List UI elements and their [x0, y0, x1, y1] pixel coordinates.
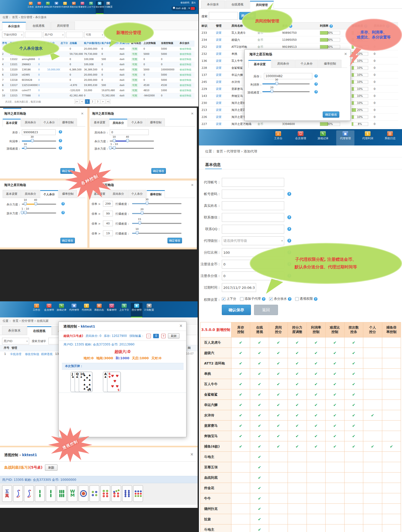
confirm-modify-button[interactable]: 确定修改: [167, 238, 182, 243]
nav-item-游戏记录[interactable]: ✎游戏记录: [56, 303, 67, 317]
tab-个人杀分[interactable]: 个人杀分: [40, 118, 58, 126]
tab-爆率控制[interactable]: 爆率控制: [147, 190, 165, 198]
tab-房间管理[interactable]: 房间管理: [51, 22, 75, 30]
modify-control-link[interactable]: 修改控制值: [180, 68, 191, 71]
pager-button-2[interactable]: 2: [90, 99, 95, 104]
user-id-input[interactable]: [66, 32, 83, 38]
room-settings-link[interactable]: 设置: [216, 122, 222, 126]
form-input[interactable]: [222, 201, 284, 210]
confirm-modify-button[interactable]: 确定修改: [60, 238, 75, 243]
confirm-modify-button[interactable]: 确定修改: [323, 111, 339, 118]
tab-杀分放水[interactable]: 杀分放水: [2, 326, 27, 335]
pager-button-<[interactable]: <: [80, 99, 85, 104]
nav-item-代理管理[interactable]: ▣代理管理: [53, 1, 61, 14]
nav-item-会员管理[interactable]: ☺会员管理: [43, 303, 55, 317]
tab-房间杀分[interactable]: 房间杀分: [21, 190, 40, 198]
nav-item-游戏记录[interactable]: ✎游戏记录: [44, 1, 52, 14]
perm-杀分放水[interactable]: ✔杀分放水?: [269, 297, 291, 301]
pager-button-|<[interactable]: |<: [74, 99, 79, 104]
tab-个人杀分[interactable]: 个人杀分: [128, 118, 146, 126]
change-password-link[interactable]: 修改密码: [180, 1, 189, 4]
nav-item-系统日志[interactable]: ▤系统日志: [93, 303, 105, 317]
tab-基本设置[interactable]: 基本设置: [3, 190, 21, 198]
close-icon[interactable]: ×: [81, 111, 84, 115]
status-select[interactable]: 可用▾: [84, 32, 105, 38]
form-input[interactable]: [222, 213, 284, 222]
room-settings-link[interactable]: 设置: [216, 101, 222, 105]
slider[interactable]: 10: [22, 146, 56, 150]
close-icon[interactable]: ×: [179, 323, 183, 328]
slider[interactable]: 1 – 10: [22, 210, 56, 215]
nav-item-计划配置[interactable]: ✱计划配置: [104, 1, 112, 14]
confirm-modify-button[interactable]: 确定修改: [151, 168, 166, 174]
tab-杀分放水[interactable]: 杀分放水: [2, 22, 26, 30]
slider[interactable]: 10: [132, 231, 181, 235]
nav-item-会员管理[interactable]: ☺会员管理: [35, 1, 43, 14]
nav-item-工作台[interactable]: ⌂工作台: [27, 1, 35, 14]
room-settings-link[interactable]: 设置: [216, 59, 222, 63]
slider[interactable]: 15: [132, 221, 181, 225]
slider[interactable]: 30: [22, 138, 56, 143]
pager-button->[interactable]: >: [101, 99, 105, 104]
room-settings-link[interactable]: 设置: [216, 66, 222, 70]
nav-item-代理管理[interactable]: ▣代理管理: [68, 303, 80, 317]
minus-button[interactable]: −: [146, 334, 151, 338]
nav-item-控分管理[interactable]: ◉控分管理: [131, 303, 142, 317]
close-icon[interactable]: ×: [191, 111, 194, 115]
modify-control-link[interactable]: 修改控制值: [180, 48, 191, 50]
tab-房间杀分[interactable]: 房间杀分: [21, 118, 40, 126]
checkbox[interactable]: ✔: [269, 297, 273, 301]
nav-item-系统日志[interactable]: ▤系统日志: [381, 130, 399, 145]
room-settings-link[interactable]: 设置: [216, 31, 222, 35]
tab-在线透视[interactable]: 在线透视: [27, 326, 51, 335]
field-input[interactable]: [110, 129, 149, 135]
tab-基本设置[interactable]: 基本设置: [90, 118, 109, 126]
plus-button[interactable]: +: [161, 334, 166, 338]
form-input[interactable]: [222, 283, 256, 292]
nav-item-上分下分[interactable]: ⇅上分下分: [87, 1, 95, 14]
tab-在线透视[interactable]: 在线透视: [27, 22, 50, 30]
confirm-save-button[interactable]: 确认保存: [222, 305, 251, 315]
room-settings-link[interactable]: 设置: [216, 80, 222, 84]
refresh-button[interactable]: 刷新: [45, 464, 57, 471]
checkbox[interactable]: ✔: [222, 297, 225, 301]
slider[interactable]: 1040: [22, 202, 56, 206]
profit-slider[interactable]: 30: [262, 81, 310, 86]
room-settings-link[interactable]: 设置: [216, 115, 222, 119]
modify-control-link[interactable]: 修改控制值: [180, 74, 191, 76]
modify-control-link[interactable]: 修改控制值: [180, 79, 191, 81]
multiplier-input[interactable]: [103, 230, 113, 236]
nav-item-工作台[interactable]: ⌂工作台: [269, 130, 287, 145]
sub-agent-id-input[interactable]: [25, 32, 42, 38]
agent-level-select[interactable]: 请选择代理等级▾: [222, 236, 284, 245]
tab-爆率控制[interactable]: 爆率控制: [319, 60, 341, 68]
tab-杀分放水[interactable]: 杀分放水: [201, 1, 225, 8]
room-settings-link[interactable]: 设置: [216, 73, 222, 77]
checkbox[interactable]: [295, 297, 299, 301]
row-link-棋牌透视[interactable]: 棋牌透视: [41, 352, 53, 356]
user-id-select[interactable]: 用户ID▾: [43, 32, 65, 38]
force-value[interactable]: 0: [153, 334, 159, 338]
slider[interactable]: 20: [132, 211, 181, 216]
row-link-卡线清理[interactable]: 卡线清理: [10, 352, 21, 356]
nav-item-上分下分[interactable]: ⇅上分下分: [118, 303, 130, 317]
tab-房间杀分[interactable]: 房间杀分: [109, 119, 127, 127]
slider[interactable]: 30: [132, 201, 181, 206]
room-search-input[interactable]: [209, 12, 238, 20]
nav-item-控分管理[interactable]: ◉控分管理: [96, 1, 104, 14]
modify-control-link[interactable]: 修改控制值: [180, 84, 191, 87]
pager-button->|[interactable]: >|: [106, 99, 111, 104]
form-input[interactable]: [222, 190, 284, 198]
nav-item-客服管理[interactable]: ☺客服管理: [78, 1, 86, 14]
nav-item-游戏记录[interactable]: ✎游戏记录: [314, 130, 332, 145]
multiplier-input[interactable]: [103, 201, 113, 207]
multiplier-input[interactable]: [103, 211, 113, 216]
nav-item-工作台[interactable]: ⌂工作台: [31, 303, 42, 317]
slider[interactable]: 1 – 10: [110, 146, 154, 150]
room-settings-link[interactable]: 设置: [216, 87, 222, 91]
multiplier-input[interactable]: [103, 221, 113, 226]
tab-个人杀分[interactable]: 个人杀分: [40, 190, 58, 198]
room-settings-link[interactable]: 设置: [216, 38, 222, 42]
pager-button-1[interactable]: 1: [85, 99, 90, 104]
nav-item-代理利润[interactable]: $代理利润: [61, 1, 69, 14]
